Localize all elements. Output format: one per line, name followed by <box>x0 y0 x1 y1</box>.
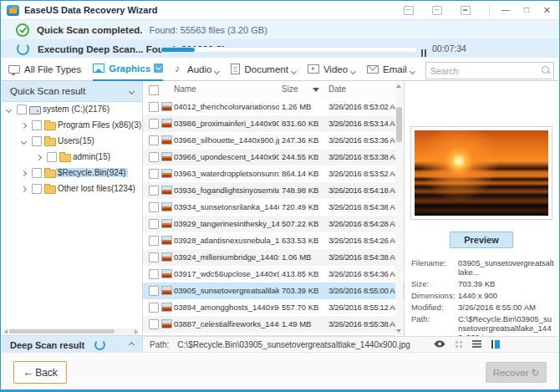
chevron-right-icon[interactable] <box>21 123 27 129</box>
file-row[interactable]: 03936_fogandlightsinyosemite...748.98 KB… <box>143 182 404 199</box>
tree-item[interactable]: admin(15) <box>2 150 142 165</box>
row-checkbox[interactable] <box>149 252 159 262</box>
columns-view-icon[interactable] <box>491 340 500 349</box>
detail-label: Modified: <box>411 303 458 312</box>
file-row[interactable]: 03887_celestialfireworks_1440x...1.49 MB… <box>143 316 404 333</box>
scrollbar-thumb[interactable] <box>396 107 402 142</box>
chevron-down-icon[interactable] <box>6 107 12 113</box>
row-checkbox[interactable] <box>149 135 159 145</box>
file-row[interactable]: 03963_waterdroppletsonsunro...864.14 KB3… <box>143 165 404 182</box>
scroll-up-arrow[interactable] <box>396 84 401 88</box>
row-checkbox[interactable] <box>149 286 159 296</box>
row-checkbox[interactable] <box>149 219 159 229</box>
filter-document[interactable]: Document <box>231 58 295 80</box>
tree-checkbox[interactable] <box>32 136 42 146</box>
file-row[interactable]: 03986_proximainferi_1440x900...831.60 KB… <box>143 115 404 132</box>
column-header-date[interactable]: Date <box>328 84 346 94</box>
chevron-down-icon[interactable] <box>154 64 163 73</box>
vertical-scrollbar[interactable] <box>395 82 403 335</box>
preview-eye-icon[interactable] <box>434 339 445 349</box>
file-row[interactable]: 03934_sunsetonsrilanka_1440x...720.49 KB… <box>143 199 404 216</box>
file-date: 3/26/2016 8:53:02 AM <box>328 102 399 111</box>
file-name: 03934_sunsetonsrilanka_1440x... <box>174 202 279 211</box>
grid-view-icon[interactable] <box>456 341 462 348</box>
chevron-down-icon[interactable] <box>410 62 415 77</box>
chevron-down-icon[interactable] <box>292 62 296 77</box>
detail-label: Dimensions: <box>411 291 458 300</box>
chevron-right-icon[interactable] <box>36 155 42 160</box>
menu-icon[interactable] <box>461 6 471 15</box>
row-checkbox[interactable] <box>149 169 159 179</box>
file-row[interactable]: 03968_silhouette_1440x900.jpg247.36 KB3/… <box>143 132 404 149</box>
preview-button[interactable]: Preview <box>450 232 513 248</box>
window-title: EaseUS Data Recovery Wizard <box>24 5 157 15</box>
column-header-name[interactable]: Name <box>174 84 196 94</box>
folder-icon <box>44 170 56 178</box>
tree-checkbox[interactable] <box>17 104 27 115</box>
row-checkbox[interactable] <box>149 102 159 112</box>
chevron-right-icon[interactable] <box>21 171 27 176</box>
file-date: 3/26/2016 8:53:14 AM <box>328 119 399 128</box>
file-row[interactable]: 04012_therichcolorvariationsof...1.26 MB… <box>143 99 404 115</box>
chevron-down-icon[interactable] <box>351 62 355 77</box>
file-row[interactable]: 03929_tangerinesinthesky_1440...507.22 K… <box>143 216 404 232</box>
minimize-button[interactable]: — <box>501 1 510 19</box>
file-row[interactable]: 03924_milleniumbridge_1440x9...1.06 MB3/… <box>143 249 404 266</box>
filter-graphics[interactable]: Graphics <box>93 57 163 81</box>
note-icon <box>175 64 183 74</box>
row-checkbox[interactable] <box>149 202 159 212</box>
tree-item[interactable]: Users(15) <box>2 134 142 150</box>
filter-audio[interactable]: Audio <box>175 58 219 80</box>
file-row[interactable]: 03917_wdc56upclose_1440x90...413.85 KB3/… <box>143 266 404 283</box>
scroll-down-arrow[interactable] <box>396 329 401 333</box>
tree-checkbox[interactable] <box>32 120 42 130</box>
list-view-icon[interactable] <box>472 340 481 348</box>
file-row[interactable]: 03966_upondescent_1440x900...244.55 KB3/… <box>143 149 404 165</box>
filter-all-file-types[interactable]: All File Types <box>8 58 81 80</box>
row-checkbox[interactable] <box>149 319 159 329</box>
image-file-icon <box>161 102 172 111</box>
quick-scan-found: Found: 55563 files (3.20 GB) <box>150 25 267 35</box>
chevron-right-icon[interactable] <box>21 186 27 192</box>
row-checkbox[interactable] <box>149 119 159 129</box>
share-icon[interactable] <box>404 6 414 15</box>
file-name: 03894_amongghosts_1440x900... <box>174 303 279 312</box>
row-checkbox[interactable] <box>149 236 159 246</box>
row-checkbox[interactable] <box>149 186 159 196</box>
file-row[interactable]: 03905_sunsetovergreatsaltlake...703.39 K… <box>143 283 404 299</box>
row-checkbox[interactable] <box>149 152 159 162</box>
column-header-size[interactable]: Size <box>282 84 298 94</box>
file-date: 3/26/2016 8:53:52 AM <box>328 169 399 178</box>
row-checkbox[interactable] <box>149 269 159 279</box>
horizontal-scrollbar[interactable] <box>3 328 139 334</box>
file-name: 04012_therichcolorvariationsof... <box>174 102 279 111</box>
tree-checkbox[interactable] <box>47 152 57 162</box>
image-file-icon <box>161 219 172 228</box>
row-checkbox[interactable] <box>149 303 159 313</box>
back-button[interactable]: ←Back <box>13 361 67 384</box>
tree-item[interactable]: $Recycle.Bin(924) <box>2 165 142 181</box>
recover-button[interactable]: Recover ↻ <box>486 362 547 383</box>
filter-email[interactable]: Email <box>367 58 415 80</box>
detail-row: Modified:3/26/2016 8:55:00 AM <box>411 303 555 312</box>
search-input[interactable] <box>426 64 537 79</box>
filter-video[interactable]: Video <box>308 58 355 80</box>
close-button[interactable]: ✕ <box>543 1 551 19</box>
select-all-checkbox[interactable] <box>149 85 159 95</box>
maximize-button[interactable]: □ <box>524 1 529 19</box>
search-icon[interactable] <box>542 66 549 74</box>
tree-item[interactable]: Program Files (x86)(3) <box>2 118 142 134</box>
chevron-down-icon[interactable] <box>21 139 27 145</box>
quick-scan-result-header[interactable]: Quick Scan result <box>2 81 142 102</box>
tree-item[interactable]: system (C:)(2176) <box>2 102 142 118</box>
deep-scan-result-header[interactable]: Deep Scan result <box>2 335 142 354</box>
chevron-down-icon[interactable] <box>215 62 219 77</box>
feedback-icon[interactable] <box>432 6 442 15</box>
file-row[interactable]: 03928_atlantisnexusnebula_144...633.53 K… <box>143 232 404 249</box>
sort-desc-icon[interactable] <box>313 88 319 92</box>
scrollbar-thumb[interactable] <box>9 329 115 333</box>
tree-checkbox[interactable] <box>32 184 42 194</box>
tree-checkbox[interactable] <box>32 168 42 178</box>
file-row[interactable]: 03894_amongghosts_1440x900...557.70 KB3/… <box>143 299 404 316</box>
tree-item[interactable]: Other lost files(1234) <box>2 181 142 197</box>
